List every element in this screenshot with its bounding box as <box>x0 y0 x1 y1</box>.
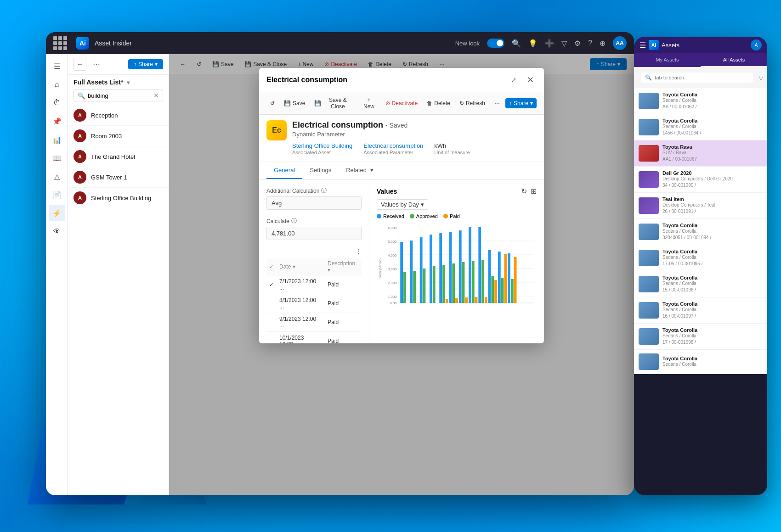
modal-nav-button[interactable]: ↺ <box>266 98 278 108</box>
modal-save-button[interactable]: 💾 Save <box>280 98 309 108</box>
grid-icon[interactable] <box>53 36 67 50</box>
table-row[interactable]: 9/1/2023 12:00 ... Paid <box>266 313 362 332</box>
settings-icon[interactable]: ⚙ <box>574 39 581 48</box>
modal-maximize-button[interactable]: ⤢ <box>507 73 520 86</box>
nav-recent-icon[interactable]: ⏱ <box>49 95 65 111</box>
more-button[interactable]: ⋯ <box>90 58 103 71</box>
modal-more-button[interactable]: ⋯ <box>491 98 504 108</box>
table-row[interactable]: 10/1/2023 12:00... Paid <box>266 332 362 344</box>
modal-save-close-button[interactable]: 💾 Save & Close <box>311 95 356 112</box>
svg-text:6,000: 6,000 <box>388 226 397 230</box>
back-button[interactable]: ← <box>74 58 86 71</box>
phone-filter-icon[interactable]: ▽ <box>758 74 764 81</box>
asset-name: The Grand Hotel <box>91 153 135 160</box>
row-description: Paid <box>325 294 362 313</box>
asset-list-item[interactable]: A Reception <box>68 105 169 126</box>
phone-asset-name: Toyota Rava <box>662 144 763 150</box>
share-icon: ↑ <box>134 61 136 67</box>
col-description[interactable]: Description ▾ <box>325 258 362 275</box>
param-link[interactable]: Electrical consumption <box>363 142 423 149</box>
nav-home-icon[interactable]: ⌂ <box>49 76 65 93</box>
new-look-toggle[interactable] <box>487 39 504 48</box>
phone-asset-item[interactable]: Toyota Corolla Sedans / Corolla <box>634 350 767 374</box>
modal-deactivate-button[interactable]: ⊘ Deactivate <box>382 98 422 108</box>
modal-share-button[interactable]: ↑ Share ▾ <box>505 98 537 108</box>
search-clear-icon[interactable]: ✕ <box>153 92 159 99</box>
asset-info: Toyota Rava SUV / RavaAA1 / 00-001067 <box>662 144 763 162</box>
filter-icon[interactable]: ▽ <box>561 39 567 48</box>
phone-asset-item[interactable]: Toyota Corolla Sedans / CorollaAA / 00-0… <box>634 88 767 114</box>
table-row[interactable]: 8/1/2023 12:00 ... Paid <box>266 294 362 313</box>
asset-thumbnail <box>639 197 659 214</box>
list-more-button[interactable]: ⋮ <box>355 247 362 255</box>
share-button[interactable]: ↑ Share ▾ <box>128 59 163 69</box>
nav-eye-off-icon[interactable]: 👁 <box>49 223 65 240</box>
phone-asset-name: Toyota Corolla <box>662 223 763 228</box>
asset-thumbnail <box>639 276 659 292</box>
phone-asset-item[interactable]: Teal Item Desktop Computers / Teal26 / 0… <box>634 193 767 219</box>
modal-deactivate-icon: ⊘ <box>385 100 390 106</box>
help-icon[interactable]: ? <box>588 39 592 47</box>
tab-related-dropdown-icon: ▾ <box>370 167 374 174</box>
tab-related[interactable]: Related ▾ <box>339 162 380 179</box>
search-input[interactable] <box>88 92 151 99</box>
nav-menu-icon[interactable]: ☰ <box>49 58 65 74</box>
nav-lightning-icon[interactable]: ⚡ <box>49 205 65 221</box>
phone-search-input[interactable] <box>654 75 749 80</box>
lightbulb-icon[interactable]: 💡 <box>528 39 538 48</box>
nav-doc-icon[interactable]: 📄 <box>49 186 65 203</box>
modal-save-close-icon: 💾 <box>314 100 321 106</box>
modal-share-dropdown-icon: ▾ <box>530 100 533 106</box>
phone-hamburger-icon[interactable]: ☰ <box>640 41 646 50</box>
phone-asset-item[interactable]: Dell Gr 2020 Desktop Computers / Dell Gr… <box>634 167 767 193</box>
nav-book-icon[interactable]: 📖 <box>49 150 65 166</box>
phone-asset-name: Toyota Corolla <box>662 356 763 361</box>
tab-settings[interactable]: Settings <box>302 162 339 179</box>
asset-info: Toyota Corolla Sedans / Corolla32040051 … <box>662 223 763 241</box>
modal-refresh-button[interactable]: ↻ Refresh <box>456 98 489 108</box>
asset-list-item[interactable]: A GSM Tower 1 <box>68 167 169 188</box>
phone-asset-name: Toyota Corolla <box>662 118 763 123</box>
tab-general[interactable]: General <box>266 162 302 179</box>
modal-new-button[interactable]: + New <box>358 95 379 112</box>
asset-list-item[interactable]: A The Grand Hotel <box>68 146 169 167</box>
chart-refresh-button[interactable]: ↻ <box>521 187 527 196</box>
additional-calc-input[interactable] <box>266 196 362 210</box>
asset-list-item[interactable]: A Sterling Office Building <box>68 188 169 208</box>
tab-my-assets[interactable]: My Assets <box>634 53 701 67</box>
col-date[interactable]: Date ▾ <box>277 258 325 275</box>
chart-actions: ↻ ⊞ <box>521 187 537 196</box>
nav-chart-icon[interactable]: 📊 <box>49 131 65 148</box>
laptop-screen: Ai Asset Insider New look 🔍 💡 ➕ ▽ ⚙ ? ⊕ … <box>46 32 634 495</box>
nav-triangle-icon[interactable]: △ <box>49 168 65 185</box>
phone-asset-item[interactable]: Toyota Corolla Sedans / Corolla15 / 00-0… <box>634 271 767 297</box>
phone-asset-item[interactable]: Toyota Corolla Sedans / Corolla17 / 00-0… <box>634 324 767 350</box>
phone-asset-item[interactable]: Toyota Corolla Sedans / Corolla1456 / 00… <box>634 114 767 140</box>
asset-list-item[interactable]: A Room 2003 <box>68 126 169 146</box>
modal-delete-button[interactable]: 🗑 Delete <box>423 98 454 108</box>
user-avatar[interactable]: AA <box>613 36 627 50</box>
asset-info: Toyota Corolla Sedans / Corolla <box>662 356 763 368</box>
tab-all-assets[interactable]: All Assets <box>701 53 767 67</box>
phone-asset-item[interactable]: Toyota Corolla Sedans / Corolla32040051 … <box>634 219 767 245</box>
modal-close-button[interactable]: ✕ <box>524 73 537 86</box>
phone-asset-item[interactable]: Toyota Corolla Sedans / Corolla17-05 / 0… <box>634 245 767 271</box>
phone-avatar[interactable]: A <box>751 39 762 50</box>
globe-icon[interactable]: ⊕ <box>600 39 606 48</box>
phone-asset-item[interactable]: Toyota Corolla Sedans / Corolla16 / 00-0… <box>634 297 767 324</box>
asset-name: Sterling Office Building <box>91 195 151 202</box>
chart-dropdown[interactable]: Values by Day ▾ <box>377 199 428 210</box>
dropdown-chevron-icon[interactable]: ▾ <box>127 79 130 86</box>
chart-export-button[interactable]: ⊞ <box>531 187 537 196</box>
calculate-input[interactable] <box>266 227 362 240</box>
table-row[interactable]: ✓ 7/1/2023 12:00 ... Paid <box>266 275 362 294</box>
asset-avatar: A <box>74 191 86 204</box>
asset-link[interactable]: Sterling Office Building <box>292 142 352 149</box>
list-actions: ⋮ <box>355 247 362 255</box>
nav-pin-icon[interactable]: 📌 <box>49 113 65 129</box>
phone-asset-item[interactable]: Toyota Rava SUV / RavaAA1 / 00-001067 <box>634 140 767 167</box>
search-icon[interactable]: 🔍 <box>512 39 521 48</box>
search-box: 🔍 ✕ <box>74 90 163 101</box>
add-icon[interactable]: ➕ <box>545 39 554 48</box>
legend-item: Approved <box>410 213 438 219</box>
